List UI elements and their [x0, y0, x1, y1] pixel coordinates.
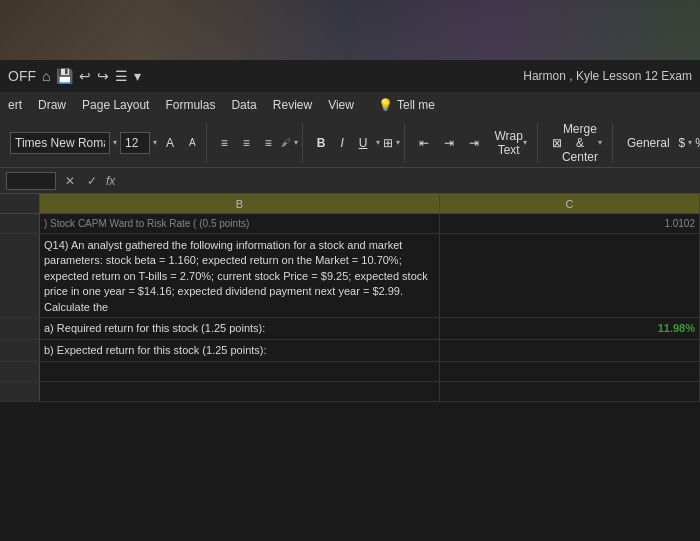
question-row-num [0, 234, 40, 317]
title-bar-left: OFF ⌂ 💾 ↩ ↪ ☰ ▾ [8, 68, 141, 84]
formula-input[interactable] [121, 174, 694, 188]
number-group: General $ ▾ % 9 [617, 123, 700, 163]
undo-icon[interactable]: ↩ [79, 68, 91, 84]
col-b-header[interactable]: B [40, 194, 440, 213]
merge-group: ⊠ Merge & Center ▾ [542, 123, 613, 163]
font-size-dropdown[interactable]: ▾ [153, 138, 157, 147]
grow-font-button[interactable]: A [160, 132, 180, 154]
wrap-text-label: Wrap Text [494, 129, 522, 157]
tell-me-box[interactable]: 💡 Tell me [378, 98, 435, 112]
font-group: ▾ ▾ A A [6, 123, 207, 163]
col-headers: B C [0, 194, 700, 214]
percent-label[interactable]: % [695, 136, 700, 150]
formula-bar: ✕ ✓ fx [0, 168, 700, 194]
menu-view[interactable]: View [328, 98, 354, 112]
shrink-font-button[interactable]: A [183, 132, 202, 154]
align-left-button[interactable]: ≡ [215, 132, 234, 154]
row-num-partial [0, 214, 40, 233]
border-dropdown[interactable]: ▾ [396, 138, 400, 147]
fx-label: fx [106, 174, 115, 188]
dollar-format: $ ▾ % 9 [679, 136, 700, 150]
sub-row-b-label[interactable]: b) Expected return for this stock (1.25 … [40, 340, 440, 361]
partial-cell-b[interactable]: ) Stock CAPM Ward to Risk Rate ( (0.5 po… [40, 214, 440, 233]
filename: Harmon , Kyle Lesson 12 Exam [523, 69, 692, 83]
empty-row-2-num [0, 382, 40, 401]
merge-label: Merge & Center [562, 122, 598, 164]
font-name-input[interactable] [10, 132, 110, 154]
redo-icon[interactable]: ↪ [97, 68, 109, 84]
underline-dropdown[interactable]: ▾ [376, 138, 380, 147]
confirm-formula-button[interactable]: ✓ [84, 174, 100, 188]
wrap-text-dropdown[interactable]: ▾ [523, 138, 527, 147]
menu-formulas[interactable]: Formulas [165, 98, 215, 112]
question-row: Q14) An analyst gathered the following i… [0, 234, 700, 318]
menu-bar: ert Draw Page Layout Formulas Data Revie… [0, 92, 700, 118]
dollar-dropdown[interactable]: ▾ [688, 138, 692, 147]
partial-top-row: ) Stock CAPM Ward to Risk Rate ( (0.5 po… [0, 214, 700, 234]
save-icon[interactable]: 💾 [56, 68, 73, 84]
menu-ert[interactable]: ert [8, 98, 22, 112]
row-num-header [0, 194, 40, 213]
menu-page-layout[interactable]: Page Layout [82, 98, 149, 112]
more-icon[interactable]: ▾ [134, 68, 141, 84]
off-label: OFF [8, 68, 36, 84]
tell-me-label: Tell me [397, 98, 435, 112]
italic-button[interactable]: I [334, 132, 349, 154]
toolbar: ▾ ▾ A A ≡ ≡ ≡ 🖌 ▾ B I U ▾ ⊞ ▾ ⇤ ⇥ ⇥ Wrap… [0, 118, 700, 168]
empty-cell-2c[interactable] [440, 382, 700, 401]
brush-dropdown[interactable]: ▾ [294, 138, 298, 147]
col-c-header[interactable]: C [440, 194, 700, 213]
question-cell-b[interactable]: Q14) An analyst gathered the following i… [40, 234, 440, 317]
merge-center-button[interactable]: ⊠ Merge & Center ▾ [546, 132, 608, 154]
align-center-button[interactable]: ≡ [237, 132, 256, 154]
font-name-dropdown[interactable]: ▾ [113, 138, 117, 147]
menu-data[interactable]: Data [231, 98, 256, 112]
cancel-formula-button[interactable]: ✕ [62, 174, 78, 188]
cell-reference-input[interactable] [6, 172, 56, 190]
indent-right-button[interactable]: ⇥ [438, 132, 460, 154]
lightbulb-icon: 💡 [378, 98, 393, 112]
spreadsheet: B C ) Stock CAPM Ward to Risk Rate ( (0.… [0, 194, 700, 541]
sub-row-a-value[interactable]: 11.98% [440, 318, 700, 339]
sub-row-a: a) Required return for this stock (1.25 … [0, 318, 700, 340]
empty-cell-1b[interactable] [40, 362, 440, 381]
indent-more-button[interactable]: ⇥ [463, 132, 485, 154]
sub-row-a-num [0, 318, 40, 339]
empty-cell-2b[interactable] [40, 382, 440, 401]
underline-button[interactable]: U [353, 132, 374, 154]
empty-row-1 [0, 362, 700, 382]
sub-row-b-value[interactable] [440, 340, 700, 361]
question-cell-c[interactable] [440, 234, 700, 317]
wrap-group: ⇤ ⇥ ⇥ Wrap Text ▾ [409, 123, 537, 163]
menu-review[interactable]: Review [273, 98, 312, 112]
empty-cell-1c[interactable] [440, 362, 700, 381]
sub-row-b-num [0, 340, 40, 361]
sub-row-a-label[interactable]: a) Required return for this stock (1.25 … [40, 318, 440, 339]
wrap-text-button[interactable]: Wrap Text ▾ [488, 132, 532, 154]
border-icon[interactable]: ⊞ [383, 136, 393, 150]
align-right-button[interactable]: ≡ [259, 132, 278, 154]
indent-left-button[interactable]: ⇤ [413, 132, 435, 154]
brush-icon: 🖌 [281, 137, 291, 148]
home-icon[interactable]: ⌂ [42, 68, 50, 84]
partial-cell-c[interactable]: 1.0102 [440, 214, 700, 233]
font-size-input[interactable] [120, 132, 150, 154]
sub-row-b: b) Expected return for this stock (1.25 … [0, 340, 700, 362]
merge-dropdown[interactable]: ▾ [598, 138, 602, 147]
menu-draw[interactable]: Draw [38, 98, 66, 112]
title-bar: OFF ⌂ 💾 ↩ ↪ ☰ ▾ Harmon , Kyle Lesson 12 … [0, 60, 700, 92]
general-label: General [621, 134, 676, 152]
bold-button[interactable]: B [311, 132, 332, 154]
merge-icon: ⊠ [552, 136, 562, 150]
empty-row-1-num [0, 362, 40, 381]
empty-row-2 [0, 382, 700, 402]
sheet-body: ) Stock CAPM Ward to Risk Rate ( (0.5 po… [0, 214, 700, 541]
format-group: B I U ▾ ⊞ ▾ [307, 123, 406, 163]
photo-area [0, 0, 700, 60]
dollar-label[interactable]: $ [679, 136, 686, 150]
align-group: ≡ ≡ ≡ 🖌 ▾ [211, 123, 303, 163]
customize-icon[interactable]: ☰ [115, 68, 128, 84]
